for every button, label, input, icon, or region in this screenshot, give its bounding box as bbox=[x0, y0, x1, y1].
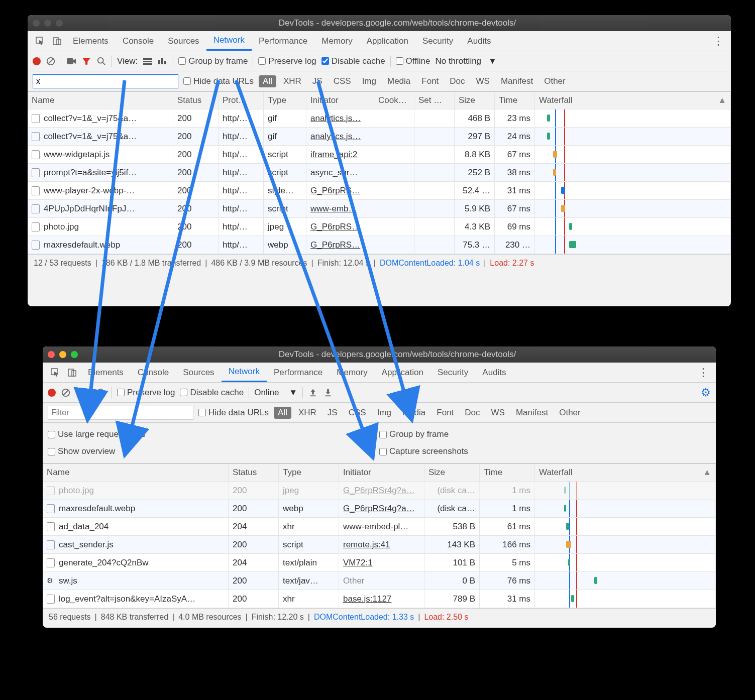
type-pill-js[interactable]: JS bbox=[308, 75, 327, 87]
table-row[interactable]: log_event?alt=json&key=AIzaSyA…200xhrbas… bbox=[43, 590, 716, 608]
overview-icon[interactable] bbox=[158, 56, 168, 66]
table-row[interactable]: photo.jpg200jpegG_P6rpRSr4g?a…(disk ca…1… bbox=[43, 482, 716, 500]
table-row[interactable]: collect?v=1&_v=j75&a…200http/…gifanalyti… bbox=[28, 128, 731, 146]
titlebar[interactable]: DevTools - developers.google.com/web/too… bbox=[43, 346, 716, 363]
column-header[interactable]: Set … bbox=[414, 92, 455, 109]
tab-network[interactable]: Network bbox=[222, 363, 267, 382]
table-row[interactable]: photo.jpg200http/…jpegG_P6rpRS…4.3 KB69 … bbox=[28, 218, 731, 236]
throttling-select[interactable]: Online ▼ bbox=[254, 388, 297, 398]
initiator-link[interactable]: G_P6rpRSr4g?a… bbox=[339, 500, 424, 517]
initiator-link[interactable]: G_P6rpRS… bbox=[306, 236, 374, 254]
table-row[interactable]: maxresdefault.webp200http/…webpG_P6rpRS…… bbox=[28, 236, 731, 254]
group-by-frame-checkbox[interactable]: Group by frame bbox=[379, 429, 449, 439]
column-header[interactable]: Status bbox=[173, 92, 219, 109]
hide-data-urls-checkbox[interactable]: Hide data URLs bbox=[198, 408, 269, 418]
type-pill-js[interactable]: JS bbox=[323, 407, 342, 419]
table-row[interactable]: generate_204?cQ2nBw204text/plainVM72:110… bbox=[43, 554, 716, 572]
type-pill-xhr[interactable]: XHR bbox=[294, 407, 320, 419]
filter-input[interactable] bbox=[48, 406, 193, 420]
tab-network[interactable]: Network bbox=[206, 31, 252, 51]
search-icon[interactable] bbox=[96, 388, 106, 398]
type-pill-other[interactable]: Other bbox=[540, 75, 570, 87]
column-header[interactable]: Time bbox=[495, 92, 535, 109]
table-header[interactable]: NameStatusProt…TypeInitiatorCook…Set …Si… bbox=[28, 91, 731, 109]
table-row[interactable]: www-player-2x-webp-…200http/…style…G_P6r… bbox=[28, 182, 731, 200]
more-icon[interactable]: ⋮ bbox=[698, 367, 709, 378]
column-header[interactable]: Waterfall▲ bbox=[535, 464, 716, 481]
clear-icon[interactable] bbox=[46, 56, 56, 66]
type-pill-css[interactable]: CSS bbox=[345, 407, 370, 419]
search-icon[interactable] bbox=[96, 56, 106, 66]
device-icon[interactable] bbox=[67, 367, 78, 378]
type-pill-img[interactable]: Img bbox=[358, 75, 380, 87]
inspect-icon[interactable] bbox=[35, 36, 46, 47]
type-pill-manifest[interactable]: Manifest bbox=[512, 407, 552, 419]
type-pill-img[interactable]: Img bbox=[373, 407, 395, 419]
column-header[interactable]: Status bbox=[229, 464, 279, 481]
zoom-dot[interactable] bbox=[56, 20, 63, 27]
tab-performance[interactable]: Performance bbox=[252, 31, 314, 51]
type-pill-font[interactable]: Font bbox=[417, 75, 443, 87]
initiator-link[interactable]: iframe_api:2 bbox=[306, 146, 374, 163]
record-icon[interactable] bbox=[48, 389, 56, 397]
column-header[interactable]: Cook… bbox=[374, 92, 414, 109]
tab-elements[interactable]: Elements bbox=[66, 31, 116, 51]
show-overview-checkbox[interactable]: Show overview bbox=[48, 446, 115, 456]
record-icon[interactable] bbox=[33, 57, 41, 65]
column-header[interactable]: Time bbox=[480, 464, 535, 481]
throttling-select[interactable]: No throttling ▼ bbox=[435, 56, 497, 66]
table-header[interactable]: NameStatusTypeInitiatorSizeTimeWaterfall… bbox=[43, 463, 716, 482]
initiator-link[interactable]: analytics.js… bbox=[306, 128, 374, 145]
column-header[interactable]: Name bbox=[43, 464, 229, 481]
hide-data-urls-checkbox[interactable]: Hide data URLs bbox=[183, 76, 254, 86]
table-row[interactable]: www-widgetapi.js200http/…scriptiframe_ap… bbox=[28, 146, 731, 164]
capture-screenshots-checkbox[interactable]: Capture screenshots bbox=[379, 446, 468, 456]
tab-sources[interactable]: Sources bbox=[176, 363, 221, 382]
type-pill-doc[interactable]: Doc bbox=[461, 407, 484, 419]
disable-cache-checkbox[interactable]: Disable cache bbox=[180, 388, 244, 398]
clear-icon[interactable] bbox=[61, 388, 71, 398]
tab-audits[interactable]: Audits bbox=[475, 363, 513, 382]
type-pill-ws[interactable]: WS bbox=[487, 407, 509, 419]
table-row[interactable]: 4PUpJpDdHqrNInFpJ…200http/…scriptwww-emb… bbox=[28, 200, 731, 218]
upload-icon[interactable] bbox=[308, 388, 318, 398]
initiator-link[interactable]: analytics.js… bbox=[306, 109, 374, 127]
filter-input[interactable] bbox=[33, 74, 178, 88]
column-header[interactable]: Prot… bbox=[219, 92, 264, 109]
type-pill-css[interactable]: CSS bbox=[330, 75, 355, 87]
column-header[interactable]: Size bbox=[424, 464, 480, 481]
table-row[interactable]: maxresdefault.webp200webpG_P6rpRSr4g?a…(… bbox=[43, 500, 716, 518]
download-icon[interactable] bbox=[323, 388, 333, 398]
type-pill-ws[interactable]: WS bbox=[472, 75, 494, 87]
tab-console[interactable]: Console bbox=[131, 363, 176, 382]
device-icon[interactable] bbox=[52, 36, 63, 47]
large-rows-icon[interactable] bbox=[143, 56, 153, 66]
minimize-dot[interactable] bbox=[59, 351, 66, 358]
table-row[interactable]: ⚙sw.js200text/jav…Other0 B76 ms bbox=[43, 572, 716, 590]
type-pill-media[interactable]: Media bbox=[398, 407, 429, 419]
type-pill-font[interactable]: Font bbox=[433, 407, 458, 419]
column-header[interactable]: Type bbox=[264, 92, 306, 109]
tab-audits[interactable]: Audits bbox=[460, 31, 498, 51]
initiator-link[interactable]: G_P6rpRSr4g?a… bbox=[339, 482, 424, 499]
table-row[interactable]: collect?v=1&_v=j75&a…200http/…gifanalyti… bbox=[28, 109, 731, 128]
tab-memory[interactable]: Memory bbox=[330, 363, 374, 382]
initiator-link[interactable]: remote.js:41 bbox=[339, 536, 424, 553]
type-pill-media[interactable]: Media bbox=[383, 75, 414, 87]
initiator-link[interactable]: async_sur… bbox=[306, 164, 374, 181]
preserve-log-checkbox[interactable]: Preserve log bbox=[117, 388, 175, 398]
group-by-frame-checkbox[interactable]: Group by frame bbox=[178, 56, 248, 66]
inspect-icon[interactable] bbox=[50, 367, 61, 378]
type-pill-xhr[interactable]: XHR bbox=[279, 75, 305, 87]
filter-icon[interactable] bbox=[81, 388, 91, 398]
tab-elements[interactable]: Elements bbox=[81, 363, 131, 382]
column-header[interactable]: Name bbox=[28, 92, 173, 109]
tab-application[interactable]: Application bbox=[360, 31, 415, 51]
initiator-link[interactable]: www-embed-pl… bbox=[339, 518, 424, 535]
tab-security[interactable]: Security bbox=[415, 31, 460, 51]
column-header[interactable]: Waterfall▲ bbox=[535, 92, 731, 109]
minimize-dot[interactable] bbox=[44, 20, 51, 27]
table-row[interactable]: cast_sender.js200scriptremote.js:41143 K… bbox=[43, 536, 716, 554]
column-header[interactable]: Size bbox=[455, 92, 495, 109]
tab-sources[interactable]: Sources bbox=[161, 31, 206, 51]
